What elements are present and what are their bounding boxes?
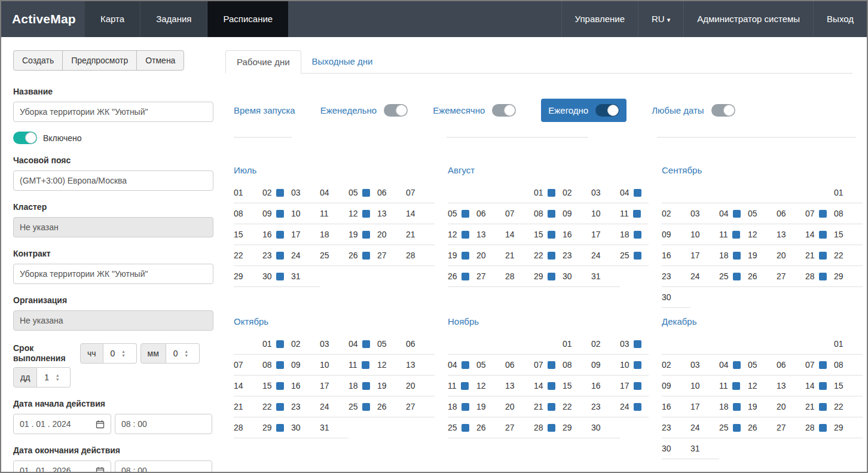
day-checkbox[interactable]: [461, 361, 469, 369]
day-cell[interactable]: 07: [534, 355, 563, 376]
day-cell[interactable]: 05: [476, 355, 505, 376]
day-checkbox[interactable]: [733, 252, 741, 260]
day-cell[interactable]: 19: [476, 396, 505, 417]
day-cell[interactable]: 30: [262, 266, 291, 287]
day-checkbox[interactable]: [733, 424, 741, 432]
day-checkbox[interactable]: [362, 189, 370, 197]
day-cell[interactable]: 15: [534, 224, 563, 245]
day-cell[interactable]: 10: [591, 203, 620, 224]
day-cell[interactable]: 05: [349, 182, 377, 203]
day-cell[interactable]: 25: [448, 417, 476, 438]
day-cell[interactable]: 10: [690, 376, 719, 396]
day-cell[interactable]: 23: [291, 396, 320, 417]
day-cell[interactable]: 31: [690, 438, 719, 459]
day-cell[interactable]: 24: [291, 245, 320, 266]
day-checkbox[interactable]: [276, 252, 284, 260]
day-cell[interactable]: 02: [291, 334, 320, 355]
day-cell[interactable]: 16: [591, 376, 620, 396]
day-checkbox[interactable]: [548, 231, 555, 239]
day-cell[interactable]: 07: [234, 355, 262, 376]
day-cell[interactable]: 29: [262, 417, 291, 438]
day-cell[interactable]: 03: [320, 334, 349, 355]
day-checkbox[interactable]: [276, 231, 284, 239]
tab-working-days[interactable]: Рабочие дни: [225, 50, 301, 74]
day-checkbox[interactable]: [634, 189, 641, 197]
day-checkbox[interactable]: [819, 273, 827, 280]
day-cell[interactable]: 02: [662, 203, 690, 224]
day-cell[interactable]: 07: [805, 203, 834, 224]
launch-time-link[interactable]: Время запуска: [234, 105, 295, 115]
day-cell[interactable]: 20: [406, 376, 435, 396]
day-cell[interactable]: 15: [234, 224, 262, 245]
day-cell[interactable]: 11: [719, 376, 748, 396]
spinner-arrows-icon[interactable]: ▴▾: [56, 373, 59, 382]
day-cell[interactable]: 25: [320, 245, 349, 266]
day-checkbox[interactable]: [461, 382, 469, 390]
day-cell[interactable]: 02: [591, 334, 620, 355]
day-cell[interactable]: 16: [262, 224, 291, 245]
day-cell[interactable]: 26: [377, 396, 406, 417]
day-checkbox[interactable]: [461, 424, 469, 432]
day-cell[interactable]: 13: [777, 376, 805, 396]
any-dates-toggle[interactable]: [711, 104, 735, 117]
day-cell[interactable]: 01: [834, 182, 863, 203]
language-selector[interactable]: RU▾: [638, 1, 683, 37]
day-checkbox[interactable]: [634, 403, 641, 411]
day-checkbox[interactable]: [362, 340, 370, 348]
day-cell[interactable]: 27: [476, 266, 505, 287]
day-cell[interactable]: 09: [591, 355, 620, 376]
day-cell[interactable]: 19: [748, 245, 777, 266]
end-date-input[interactable]: 01 . 01 . 2026: [13, 460, 111, 473]
day-cell[interactable]: 04: [448, 355, 476, 376]
day-checkbox[interactable]: [819, 252, 827, 260]
day-cell[interactable]: 07: [406, 182, 435, 203]
day-cell[interactable]: 20: [777, 396, 805, 417]
day-cell[interactable]: 18: [349, 376, 377, 396]
day-cell[interactable]: 24: [320, 396, 349, 417]
name-input[interactable]: Уборка территории ЖК "Уютный": [13, 102, 213, 122]
day-cell[interactable]: 23: [591, 396, 620, 417]
day-cell[interactable]: 08: [234, 203, 262, 224]
day-checkbox[interactable]: [362, 403, 370, 411]
day-cell[interactable]: 22: [834, 245, 863, 266]
day-cell[interactable]: 04: [620, 182, 649, 203]
day-cell[interactable]: 12: [377, 355, 406, 376]
day-cell[interactable]: 09: [262, 203, 291, 224]
contract-input[interactable]: Уборка территории ЖК "Уютный": [13, 264, 213, 284]
nav-tab-schedule[interactable]: Расписание: [207, 1, 288, 37]
day-checkbox[interactable]: [362, 252, 370, 260]
day-cell[interactable]: 13: [406, 355, 435, 376]
day-cell[interactable]: 04: [349, 334, 377, 355]
day-cell[interactable]: 29: [534, 266, 563, 287]
day-checkbox[interactable]: [548, 210, 555, 218]
day-cell[interactable]: 07: [805, 355, 834, 376]
day-cell[interactable]: 15: [262, 376, 291, 396]
tab-weekend-days[interactable]: Выходные дни: [301, 50, 384, 73]
hours-input[interactable]: 0 ▴▾: [103, 343, 137, 364]
day-checkbox[interactable]: [548, 361, 555, 369]
day-cell[interactable]: 03: [690, 203, 719, 224]
day-cell[interactable]: 15: [834, 376, 863, 396]
day-cell[interactable]: 06: [505, 355, 534, 376]
day-checkbox[interactable]: [362, 382, 370, 390]
day-checkbox[interactable]: [276, 361, 284, 369]
day-cell[interactable]: 17: [690, 396, 719, 417]
day-checkbox[interactable]: [362, 231, 370, 239]
day-cell[interactable]: 16: [563, 224, 591, 245]
day-cell[interactable]: 23: [262, 245, 291, 266]
day-checkbox[interactable]: [276, 382, 284, 390]
monthly-toggle[interactable]: [492, 104, 516, 117]
day-cell[interactable]: 06: [476, 203, 505, 224]
day-checkbox[interactable]: [276, 210, 284, 218]
day-cell[interactable]: 02: [563, 182, 591, 203]
nav-current-user[interactable]: Администратор системы: [683, 1, 813, 37]
day-cell[interactable]: 15: [834, 224, 863, 245]
day-cell[interactable]: 20: [777, 245, 805, 266]
spinner-arrows-icon[interactable]: ▴▾: [122, 349, 124, 358]
day-checkbox[interactable]: [461, 231, 469, 239]
days-input[interactable]: 1 ▴▾: [37, 367, 71, 387]
start-date-input[interactable]: 01 . 01 . 2024: [13, 414, 111, 434]
day-cell[interactable]: 20: [377, 224, 406, 245]
day-cell[interactable]: 08: [834, 203, 863, 224]
day-cell[interactable]: 31: [291, 266, 320, 287]
